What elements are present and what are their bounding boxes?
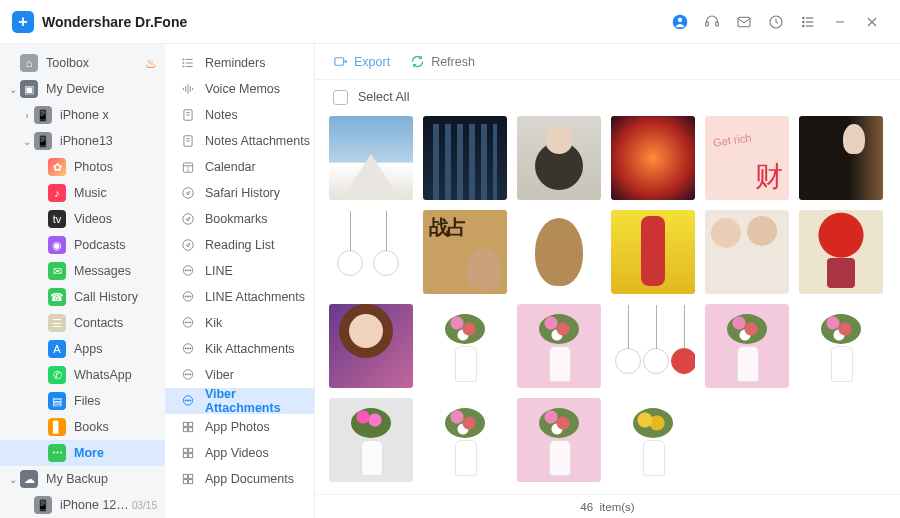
refresh-button[interactable]: Refresh [410,54,475,69]
category-notes-attachments[interactable]: Notes Attachments [165,128,314,154]
sidebar-item-my-backup[interactable]: ⌄☁My Backup [0,466,165,492]
menu-list-icon[interactable] [792,6,824,38]
sidebar-item-podcasts[interactable]: ◉Podcasts [0,232,165,258]
sidebar-item-videos[interactable]: tvVideos [0,206,165,232]
thumbnail[interactable] [517,398,601,482]
sidebar-item-photos[interactable]: ✿Photos [0,154,165,180]
category-kik-attachments[interactable]: Kik Attachments [165,336,314,362]
category-line[interactable]: LINE [165,258,314,284]
sidebar-item-badge: 03/15 [132,500,157,511]
sidebar-item-call-history[interactable]: ☎Call History [0,284,165,310]
chat-icon [179,394,197,408]
svg-point-56 [187,374,188,375]
svg-point-37 [183,240,194,251]
category-voice-memos[interactable]: Voice Memos [165,76,314,102]
thumbnail[interactable] [329,304,413,388]
sidebar-item-whatsapp[interactable]: ✆WhatsApp [0,362,165,388]
thumbnail[interactable] [329,398,413,482]
thumbnail[interactable] [705,304,789,388]
select-all-row[interactable]: Select All [315,80,900,114]
thumbnail[interactable] [705,116,789,200]
svg-point-18 [183,59,184,60]
thumbnail[interactable] [329,116,413,200]
sidebar-toolbox[interactable]: ⌂ Toolbox ♨ [0,50,165,76]
sidebar-item-music[interactable]: ♪Music [0,180,165,206]
category-label: Bookmarks [205,212,268,226]
svg-rect-65 [189,428,193,432]
category-calendar[interactable]: 1Calendar [165,154,314,180]
sidebar-item-files[interactable]: ▤Files [0,388,165,414]
category-notes[interactable]: Notes [165,102,314,128]
export-button[interactable]: Export [333,54,390,69]
sidebar-item-apps[interactable]: AApps [0,336,165,362]
sidebar-item-iphone13[interactable]: ⌄📱iPhone13 [0,128,165,154]
sidebar-item-label: My Backup [46,472,157,486]
sidebar-item-contacts[interactable]: ☰Contacts [0,310,165,336]
category-viber-attachments[interactable]: Viber Attachments [165,388,314,414]
svg-rect-64 [183,428,187,432]
item-count: 46 [580,501,593,513]
category-app-photos[interactable]: App Photos [165,414,314,440]
history-icon[interactable] [760,6,792,38]
category-label: Voice Memos [205,82,280,96]
svg-rect-70 [183,474,187,478]
category-label: Viber [205,368,234,382]
svg-rect-66 [183,448,187,452]
category-app-documents[interactable]: App Documents [165,466,314,492]
thumbnail[interactable] [611,210,695,294]
category-kik[interactable]: Kik [165,310,314,336]
category-label: Reading List [205,238,275,252]
svg-point-43 [185,296,186,297]
thumbnail[interactable] [611,304,695,388]
thumbnail[interactable] [517,210,601,294]
category-label: App Photos [205,420,270,434]
thumbnail[interactable] [611,116,695,200]
thumbnail[interactable] [799,116,883,200]
svg-point-61 [190,400,191,401]
sidebar-item-icon: ▣ [20,80,38,98]
sidebar-item-messages[interactable]: ✉Messages [0,258,165,284]
chat-icon [179,342,197,356]
thumbnail[interactable] [799,304,883,388]
category-reminders[interactable]: Reminders [165,50,314,76]
sidebar-item-my-device[interactable]: ⌄▣My Device [0,76,165,102]
thumbnail[interactable] [423,398,507,482]
svg-point-53 [190,348,191,349]
sidebar-item-label: Books [74,420,157,434]
chat-icon [179,290,197,304]
sidebar-item-more[interactable]: ⋯More [0,440,165,466]
sidebar-item-icon: ⋯ [48,444,66,462]
account-icon[interactable] [664,6,696,38]
category-reading-list[interactable]: Reading List [165,232,314,258]
thumbnail[interactable] [705,210,789,294]
support-icon[interactable] [696,6,728,38]
thumbnail[interactable] [799,210,883,294]
thumbnail[interactable] [611,398,695,482]
sidebar-item-books[interactable]: ▋Books [0,414,165,440]
minimize-button[interactable] [824,6,856,38]
sidebar-item-icon: ✉ [48,262,66,280]
category-app-videos[interactable]: App Videos [165,440,314,466]
category-bookmarks[interactable]: Bookmarks [165,206,314,232]
sidebar-item-iphone-12-mini[interactable]: 📱iPhone 12 mini03/15 [0,492,165,518]
category-viber[interactable]: Viber [165,362,314,388]
thumbnail[interactable] [517,304,601,388]
svg-point-60 [187,400,188,401]
select-all-label: Select All [358,90,409,104]
mail-icon[interactable] [728,6,760,38]
svg-point-47 [185,322,186,323]
category-line-attachments[interactable]: LINE Attachments [165,284,314,310]
category-safari-history[interactable]: Safari History [165,180,314,206]
thumbnail[interactable] [423,304,507,388]
thumbnail[interactable] [517,116,601,200]
category-label: App Documents [205,472,294,486]
thumbnail[interactable] [423,210,507,294]
thumbnail[interactable] [423,116,507,200]
sidebar-item-icon: 📱 [34,132,52,150]
close-button[interactable] [856,6,888,38]
sidebar-item-icon: 📱 [34,106,52,124]
select-all-checkbox[interactable] [333,90,348,105]
sidebar-item-label: Photos [74,160,157,174]
sidebar-item-iphone-x[interactable]: ›📱iPhone x [0,102,165,128]
thumbnail[interactable] [329,210,413,294]
